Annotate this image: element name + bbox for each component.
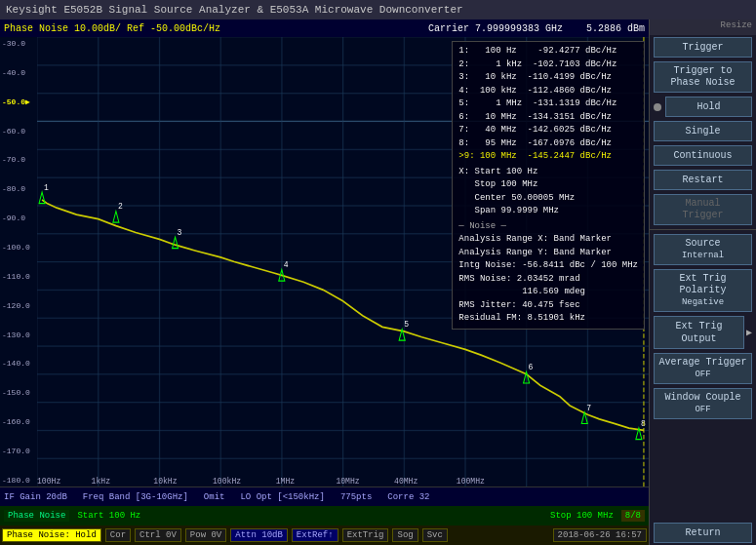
rms-noise: RMS Noise: 2.03452 mrad bbox=[458, 273, 638, 287]
ctrl-item: Ctrl 0V bbox=[135, 528, 181, 542]
hold-indicator bbox=[654, 103, 661, 111]
svg-text:3: 3 bbox=[178, 227, 182, 238]
plot-header: Phase Noise 10.00dB/ Ref -50.00dBc/Hz Ca… bbox=[0, 19, 649, 37]
exttrig-item: ExtTrig bbox=[342, 528, 389, 542]
marker-3: 3: 10 kHz -110.4199 dBc/Hz bbox=[458, 71, 638, 85]
intg-noise: Intg Noise: -56.8411 dBc / 100 MHz bbox=[458, 259, 638, 273]
residual-fm: Residual FM: 8.51901 kHz bbox=[458, 312, 638, 326]
marker-8: 8: 95 MHz -167.0976 dBc/Hz bbox=[458, 137, 638, 151]
chart-inner: 1 2 3 4 5 6 bbox=[37, 37, 649, 487]
sidebar-resize: Resize bbox=[650, 19, 756, 35]
chart-container: -30.0 -40.0 -50.0▶ -60.0 -70.0 -80.0 -90… bbox=[0, 37, 649, 487]
svg-text:4: 4 bbox=[284, 260, 289, 271]
pow-item: Pow 0V bbox=[185, 528, 226, 542]
trigger-button[interactable]: Trigger bbox=[654, 37, 752, 58]
analysis-x: Analysis Range X: Band Marker bbox=[458, 233, 638, 247]
plot-footer: IF Gain 20dB Freq Band [3G-10GHz] Omit L… bbox=[0, 487, 649, 545]
attn-item: Attn 10dB bbox=[230, 528, 288, 542]
avg-trigger-button[interactable]: Average TriggerOFF bbox=[654, 353, 752, 384]
plot-label: Phase Noise 10.00dB/ Ref -50.00dBc/Hz bbox=[4, 23, 220, 34]
window-couple-button[interactable]: Window CoupleOFF bbox=[654, 388, 752, 419]
extref-item: ExtRef↑ bbox=[292, 528, 338, 542]
if-gain: IF Gain 20dB bbox=[4, 492, 67, 502]
ext-trig-output-button[interactable]: Ext Trig Output bbox=[654, 316, 744, 349]
noise-label: — Noise — bbox=[458, 220, 638, 234]
ext-trig-polarity-button[interactable]: Ext Trig PolarityNegative bbox=[654, 269, 752, 312]
pts: 775pts bbox=[340, 492, 372, 502]
source-button[interactable]: SourceInternal bbox=[654, 234, 752, 265]
center: Center 50.00005 MHz bbox=[458, 192, 638, 206]
marker-7: 7: 40 MHz -142.6025 dBc/Hz bbox=[458, 124, 638, 137]
marker-6: 6: 10 MHz -134.3151 dBc/Hz bbox=[458, 111, 638, 125]
pn-label: Phase Noise bbox=[4, 510, 69, 522]
svg-text:100kHz: 100kHz bbox=[213, 476, 241, 487]
pages: 8/8 bbox=[621, 510, 645, 522]
start-freq: Start 100 Hz bbox=[77, 511, 140, 521]
data-overlay: 1: 100 Hz -92.4277 dBc/Hz 2: 1 kHz -102.… bbox=[452, 41, 645, 330]
plot-area: Phase Noise 10.00dB/ Ref -50.00dBc/Hz Ca… bbox=[0, 19, 649, 545]
marker-1: 1: 100 Hz -92.4277 dBc/Hz bbox=[458, 45, 638, 58]
x-start: X: Start 100 Hz bbox=[458, 166, 638, 179]
marker-5: 5: 1 MHz -131.1319 dBc/Hz bbox=[458, 97, 638, 111]
svg-text:10kHz: 10kHz bbox=[153, 476, 177, 487]
svg-text:100MHz: 100MHz bbox=[457, 476, 485, 487]
svg-text:2: 2 bbox=[118, 202, 123, 213]
svg-text:1MHz: 1MHz bbox=[276, 476, 295, 487]
sog-item: Sog bbox=[392, 528, 418, 542]
rms-jitter: RMS Jitter: 40.475 fsec bbox=[458, 299, 638, 313]
svg-text:1: 1 bbox=[44, 182, 49, 193]
phase-noise-hold: Phase Noise: Hold bbox=[2, 528, 101, 542]
datetime: 2018-06-26 16:57 bbox=[553, 528, 647, 542]
span: Span 99.9999 MHz bbox=[458, 205, 638, 218]
y-axis-labels: -30.0 -40.0 -50.0▶ -60.0 -70.0 -80.0 -90… bbox=[0, 37, 37, 487]
freq-band: Freq Band [3G-10GHz] bbox=[83, 492, 188, 502]
svg-text:1kHz: 1kHz bbox=[92, 476, 110, 487]
title-bar: Keysight E5052B Signal Source Analyzer &… bbox=[0, 0, 756, 19]
bottom-status: Phase Noise: Hold Cor Ctrl 0V Pow 0V Att… bbox=[0, 526, 649, 545]
marker-2: 2: 1 kHz -102.7103 dBc/Hz bbox=[458, 58, 638, 72]
manual-trigger-button[interactable]: ManualTrigger bbox=[654, 194, 752, 225]
cor-item: Cor bbox=[105, 528, 131, 542]
x-stop: Stop 100 MHz bbox=[458, 178, 638, 192]
single-button[interactable]: Single bbox=[654, 121, 752, 141]
ext-trig-arrow: ▶ bbox=[746, 327, 752, 338]
restart-button[interactable]: Restart bbox=[654, 170, 752, 190]
analysis-y: Analysis Range Y: Band Marker bbox=[458, 247, 638, 260]
svg-text:8: 8 bbox=[641, 418, 646, 429]
omit: Omit bbox=[204, 492, 225, 502]
stop-freq: Stop 100 MHz bbox=[550, 511, 614, 521]
svg-text:10MHz: 10MHz bbox=[336, 476, 359, 487]
carrier-label: Carrier 7.999999383 GHz bbox=[428, 23, 563, 34]
hold-button[interactable]: Hold bbox=[665, 97, 752, 117]
sidebar-divider-1 bbox=[650, 229, 756, 230]
marker-4: 4: 100 kHz -112.4860 dBc/Hz bbox=[458, 85, 638, 98]
main-container: Phase Noise 10.00dB/ Ref -50.00dBc/Hz Ca… bbox=[0, 19, 756, 545]
svg-text:100Hz: 100Hz bbox=[37, 476, 60, 487]
continuous-button[interactable]: Continuous bbox=[654, 145, 752, 166]
lo-opt: LO Opt [<150kHz] bbox=[240, 492, 324, 502]
carrier-value: 5.2886 dBm bbox=[586, 23, 645, 34]
status-bar: IF Gain 20dB Freq Band [3G-10GHz] Omit L… bbox=[0, 487, 649, 506]
rms-noise2: 116.569 mdeg bbox=[458, 286, 638, 299]
return-button[interactable]: Return bbox=[654, 523, 752, 543]
svg-text:6: 6 bbox=[529, 363, 534, 373]
trigger-phase-noise-button[interactable]: Trigger toPhase Noise bbox=[654, 61, 752, 93]
svg-text:40MHz: 40MHz bbox=[394, 476, 418, 487]
svc-item: Svc bbox=[422, 528, 448, 542]
marker-9: >9: 100 MHz -145.2447 dBc/Hz bbox=[458, 150, 638, 164]
bottom-bar: Phase Noise Start 100 Hz Stop 100 MHz 8/… bbox=[0, 506, 649, 526]
svg-text:5: 5 bbox=[404, 320, 409, 331]
app-title: Keysight E5052B Signal Source Analyzer &… bbox=[6, 4, 463, 16]
svg-text:7: 7 bbox=[586, 403, 591, 413]
sidebar: Resize Trigger Trigger toPhase Noise Hol… bbox=[649, 19, 756, 545]
corr: Corre 32 bbox=[387, 492, 429, 502]
carrier-info: Carrier 7.999999383 GHz 5.2886 dBm bbox=[428, 23, 645, 34]
